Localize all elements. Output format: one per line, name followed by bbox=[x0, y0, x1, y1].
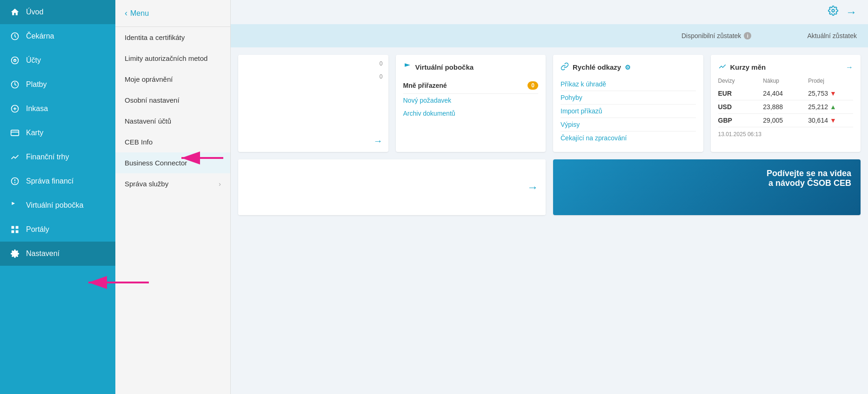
usd-nakup: 23,888 bbox=[763, 103, 808, 111]
grid-icon bbox=[9, 224, 20, 235]
sidebar-item-portaly[interactable]: Portály bbox=[0, 217, 115, 242]
widget-virtualni-pobocka: Virtuální pobočka Mně přiřazené 0 Nový p… bbox=[396, 55, 546, 152]
gear-topbar-icon[interactable] bbox=[828, 6, 838, 19]
disponibilni-label: Disponibilní zůstatek bbox=[681, 32, 741, 39]
submenu-item-ceb-info[interactable]: CEB Info bbox=[115, 131, 230, 152]
topbar: → bbox=[231, 0, 868, 24]
submenu-item-sprava-sluzby[interactable]: Správa služby › bbox=[115, 173, 230, 194]
eur-label: EUR bbox=[718, 90, 763, 97]
banner-video-widget: Podívejte se na videa a návody ČSOB CEB bbox=[553, 159, 861, 215]
widget-arrow-icon[interactable]: → bbox=[374, 136, 383, 146]
rychle-odkazy-header: Rychlé odkazy ⚙ bbox=[561, 62, 696, 72]
sidebar-label-portaly: Portály bbox=[26, 225, 49, 234]
sidebar-item-cekarna[interactable]: Čekárna bbox=[0, 24, 115, 48]
badge-zero-top: 0 bbox=[380, 60, 383, 67]
kurzy-men-title: Kurzy měn bbox=[730, 63, 766, 71]
submenu-label-limity: Limity autorizačních metod bbox=[125, 54, 207, 62]
sidebar-label-cekarna: Čekárna bbox=[26, 32, 54, 40]
svg-rect-12 bbox=[16, 230, 19, 233]
virtualni-pobocka-header: Virtuální pobočka bbox=[403, 62, 539, 72]
submenu-header[interactable]: ‹ Menu bbox=[115, 0, 230, 27]
sidebar-label-virtualni-pobocka: Virtuální pobočka bbox=[26, 201, 83, 210]
link-prikaz[interactable]: Příkaz k úhradě bbox=[561, 78, 696, 91]
sidebar-label-nastaveni: Nastavení bbox=[26, 250, 60, 258]
gbp-prodej: 30,614 bbox=[808, 117, 828, 124]
usd-label: USD bbox=[718, 103, 763, 111]
svg-rect-9 bbox=[12, 226, 14, 229]
svg-rect-10 bbox=[16, 226, 19, 229]
aktualni-label: Aktuální zůstatek bbox=[807, 32, 857, 39]
disponibilni-section: Disponibilní zůstatek i bbox=[681, 32, 751, 39]
banner-line1: Podívejte se na videa bbox=[767, 169, 851, 178]
clock-icon bbox=[9, 31, 20, 42]
banner-arrow-btn[interactable]: → bbox=[527, 181, 538, 194]
widget-placeholder: → 0 0 bbox=[238, 55, 388, 152]
mne-prirazene-row: Mně přiřazené 0 bbox=[403, 78, 539, 94]
submenu-item-opravneni[interactable]: Moje oprávnění bbox=[115, 69, 230, 90]
submenu-title: Menu bbox=[130, 9, 149, 18]
col-nakup: Nákup bbox=[763, 78, 808, 84]
link-cekajici[interactable]: Čekající na zpracování bbox=[561, 131, 696, 144]
submenu-label-identita: Identita a certifikáty bbox=[125, 33, 185, 41]
submenu-label-osobni: Osobní nastavení bbox=[125, 96, 180, 104]
submenu-item-identita[interactable]: Identita a certifikáty bbox=[115, 27, 230, 48]
rychle-gear-icon[interactable]: ⚙ bbox=[625, 64, 631, 71]
account-icon bbox=[9, 55, 20, 66]
sidebar-label-financni-trhy: Finanční trhy bbox=[26, 153, 69, 161]
sidebar-item-ucty[interactable]: Účty bbox=[0, 48, 115, 72]
col-prodej: Prodej bbox=[808, 78, 853, 84]
sidebar-label-karty: Karty bbox=[26, 129, 43, 137]
submenu-panel: ‹ Menu Identita a certifikáty Limity aut… bbox=[115, 0, 231, 394]
sidebar-label-inkasa: Inkasa bbox=[26, 105, 48, 113]
svg-point-8 bbox=[15, 183, 15, 183]
inkaso-icon bbox=[9, 103, 20, 114]
sidebar-item-sprava-financi[interactable]: Správa financí bbox=[0, 169, 115, 193]
kurzy-timestamp: 13.01.2025 06:13 bbox=[718, 131, 854, 138]
sidebar-item-karty[interactable]: Karty bbox=[0, 121, 115, 145]
submenu-label-sprava-sluzby: Správa služby bbox=[125, 180, 168, 188]
kurzy-row-eur: EUR 24,404 25,753 ▼ bbox=[718, 87, 854, 100]
svg-rect-5 bbox=[11, 130, 19, 136]
payment-icon bbox=[9, 79, 20, 90]
gear-sidebar-icon bbox=[9, 248, 20, 259]
arrow-right-topbar-icon[interactable]: → bbox=[846, 6, 857, 19]
link-vypisy[interactable]: Výpisy bbox=[561, 118, 696, 131]
account-bar: Disponibilní zůstatek i Aktuální zůstate… bbox=[231, 24, 868, 47]
link-pohyby[interactable]: Pohyby bbox=[561, 91, 696, 105]
gbp-trend-icon: ▼ bbox=[830, 117, 836, 124]
sidebar-item-platby[interactable]: Platby bbox=[0, 72, 115, 97]
archive-link[interactable]: Archiv dokumentů bbox=[403, 107, 539, 120]
kurzy-arrow-icon[interactable]: → bbox=[846, 63, 853, 72]
kurzy-header: Kurzy měn → bbox=[718, 62, 854, 72]
sidebar-item-nastaveni[interactable]: Nastavení bbox=[0, 242, 115, 266]
submenu-item-limity[interactable]: Limity autorizačních metod bbox=[115, 48, 230, 69]
banner-blue-bg: Podívejte se na videa a návody ČSOB CEB bbox=[553, 159, 861, 215]
submenu-item-osobni[interactable]: Osobní nastavení bbox=[115, 90, 230, 111]
banner-text-content: Podívejte se na videa a návody ČSOB CEB bbox=[767, 169, 851, 188]
chevron-left-icon: ‹ bbox=[125, 8, 127, 18]
submenu-item-business-connector[interactable]: Business Connector bbox=[115, 152, 230, 173]
flag-widget-icon bbox=[403, 62, 412, 72]
usd-trend-icon: ▲ bbox=[830, 103, 836, 111]
info-icon: i bbox=[744, 32, 751, 39]
sidebar-label-platby: Platby bbox=[26, 80, 47, 89]
aktualni-section: Aktuální zůstatek bbox=[807, 32, 857, 40]
submenu-label-ceb-info: CEB Info bbox=[125, 138, 153, 146]
submenu-item-nastaveni-uctu[interactable]: Nastavení účtů bbox=[115, 111, 230, 131]
sidebar-item-virtualni-pobocka[interactable]: Virtuální pobočka bbox=[0, 193, 115, 217]
main-content: → Disponibilní zůstatek i Aktuální zůsta… bbox=[231, 0, 868, 394]
kurzy-row-gbp: GBP 29,005 30,614 ▼ bbox=[718, 114, 854, 127]
sidebar-item-financni-trhy[interactable]: Finanční trhy bbox=[0, 145, 115, 169]
usd-prodej: 25,212 bbox=[808, 103, 828, 111]
card-icon bbox=[9, 127, 20, 138]
new-request-link[interactable]: Nový požadavek bbox=[403, 94, 539, 107]
svg-rect-11 bbox=[12, 230, 14, 233]
eur-nakup: 24,404 bbox=[763, 90, 808, 97]
finance-icon bbox=[9, 176, 20, 187]
sidebar-item-uvod[interactable]: Úvod bbox=[0, 0, 115, 24]
link-import[interactable]: Import příkazů bbox=[561, 105, 696, 118]
col-devizy: Devizy bbox=[718, 78, 763, 84]
badge-zero-second: 0 bbox=[380, 73, 383, 80]
submenu-label-nastaveni-uctu: Nastavení účtů bbox=[125, 117, 171, 125]
sidebar-item-inkasa[interactable]: Inkasa bbox=[0, 97, 115, 121]
